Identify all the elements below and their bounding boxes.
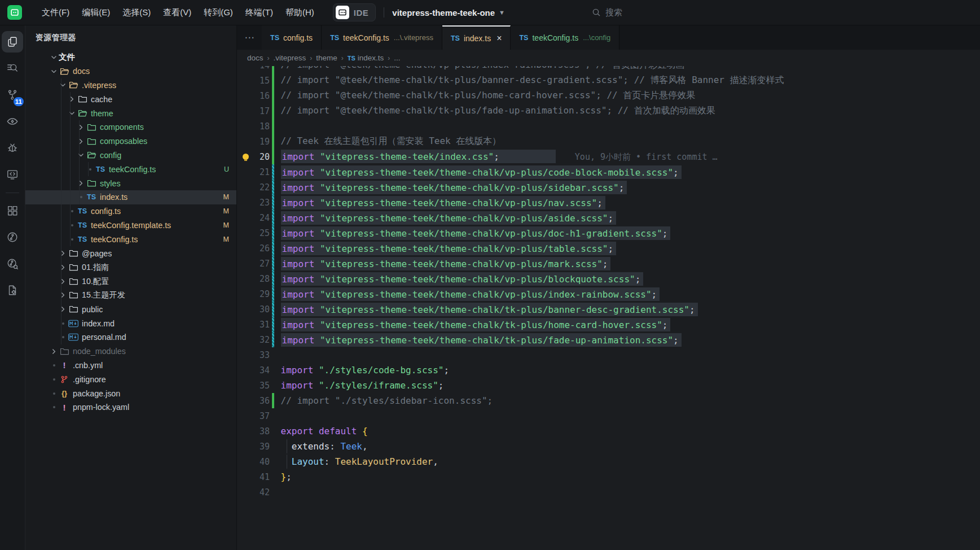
chevron-right-icon[interactable] [58,290,68,300]
chevron-right-icon[interactable] [58,263,68,272]
tree-item-01.指南[interactable]: 01.指南 [25,260,236,274]
tree-item-15.主题开发[interactable]: 15.主题开发 [25,289,236,303]
code-line-35[interactable]: 35import "./styles/iframe.scss"; [237,378,980,393]
file-dot-icon[interactable] [49,403,59,412]
tree-item-pnpm-lock.yaml[interactable]: !pnpm-lock.yaml [25,400,236,414]
activity-explorer-icon[interactable] [2,31,23,53]
tree-item-config.ts[interactable]: TSconfig.tsM [25,204,236,219]
code-line-19[interactable]: 19// Teek 在线主题包引用（需安装 Teek 在线版本） [237,134,980,149]
tree-item-theme[interactable]: theme [25,106,236,120]
chevron-down-icon[interactable] [76,150,86,160]
menu-终端-t[interactable]: 终端(T) [239,4,279,21]
global-search[interactable]: 搜索 [592,7,622,18]
file-dot-icon[interactable] [49,374,59,384]
code-line-23[interactable]: 23import "vitepress-theme-teek/theme-cha… [237,195,980,210]
tree-item-docs[interactable]: docs [25,64,236,78]
file-dot-icon[interactable] [85,164,95,174]
code-line-29[interactable]: 29import "vitepress-theme-teek/theme-cha… [237,286,980,302]
activity-remote-ide-icon[interactable] [2,164,23,185]
code-line-40[interactable]: 40 Layout: TeekLayoutProvider, [237,454,980,469]
code-line-22[interactable]: 22import "vitepress-theme-teek/theme-cha… [237,180,980,195]
tree-item-index.md[interactable]: index.md [25,316,236,330]
chevron-right-icon[interactable] [49,347,59,356]
tree-item-index.ts[interactable]: TSindex.tsM [25,190,236,204]
menu-编辑-e[interactable]: 编辑(E) [76,4,116,21]
lightbulb-icon[interactable] [240,154,251,160]
menu-帮助-h[interactable]: 帮助(H) [279,4,320,21]
breadcrumb-item-docs[interactable]: docs [247,54,263,62]
code-line-37[interactable]: 37 [237,408,980,424]
tree-section-文件[interactable]: 文件 [25,50,236,64]
chevron-right-icon[interactable] [58,248,68,258]
chevron-right-icon[interactable] [76,137,86,146]
breadcrumb-item-theme[interactable]: theme [316,54,337,62]
menu-文件-f[interactable]: 文件(F) [36,4,76,21]
chevron-right-icon[interactable] [76,178,86,188]
editor-more-actions-button[interactable]: ⋯ [237,25,262,50]
tree-item-personal.md[interactable]: personal.md [25,330,236,344]
file-dot-icon[interactable] [49,389,59,398]
breadcrumb-item-...[interactable]: ... [394,54,400,62]
activity-search-icon[interactable] [2,58,23,79]
tree-item-components[interactable]: components [25,120,236,134]
file-dot-icon[interactable] [67,234,77,244]
code-line-16[interactable]: 16// import "@teek/theme-chalk/tk-plus/h… [237,88,980,103]
chevron-right-icon[interactable] [58,277,68,286]
tree-item-node-modules[interactable]: node_modules [25,344,236,359]
ide-mode-button[interactable]: IDE [333,3,376,21]
tree-item-package.json[interactable]: {}package.json [25,386,236,400]
code-line-20[interactable]: 20import "vitepress-theme-teek/index.css… [237,149,980,164]
code-line-18[interactable]: 18 [237,119,980,134]
project-selector[interactable]: vitepress-theme-teek-one ▼ [392,8,505,18]
tab-teekconfig.ts[interactable]: TSteekConfig.ts...\config [511,25,619,50]
menu-转到-g[interactable]: 转到(G) [197,4,239,21]
activity-git-graph-icon[interactable] [2,226,23,248]
menu-选择-s[interactable]: 选择(S) [116,4,157,21]
tree-item-teekconfig.ts[interactable]: TSteekConfig.tsU [25,162,236,176]
tree-item-public[interactable]: public [25,302,236,316]
code-line-36[interactable]: 36// import "./styles/sidebar-icon.scss"… [237,393,980,408]
code-line-34[interactable]: 34import "./styles/code-bg.scss"; [237,363,980,378]
code-line-28[interactable]: 28import "vitepress-theme-teek/theme-cha… [237,271,980,286]
code-line-15[interactable]: 15// import "@teek/theme-chalk/tk-plus/b… [237,73,980,88]
tree-item-.cnb.yml[interactable]: !.cnb.yml [25,359,236,373]
file-dot-icon[interactable] [76,193,86,202]
tree-item-@pages[interactable]: @pages [25,246,236,260]
file-dot-icon[interactable] [67,220,77,230]
activity-code-review-icon[interactable] [2,253,23,274]
tree-item-cache[interactable]: cache [25,92,236,106]
code-line-30[interactable]: 30import "vitepress-theme-teek/theme-cha… [237,302,980,317]
activity-preview-eye-icon[interactable] [2,111,23,132]
tree-item-config[interactable]: config [25,149,236,163]
tab-close-icon[interactable]: × [496,34,502,43]
tree-item-.gitignore[interactable]: .gitignore [25,372,236,386]
code-line-21[interactable]: 21import "vitepress-theme-teek/theme-cha… [237,164,980,180]
code-line-26[interactable]: 26import "vitepress-theme-teek/theme-cha… [237,241,980,256]
code-line-39[interactable]: 39 extends: Teek, [237,439,980,454]
tree-item-10.配置[interactable]: 10.配置 [25,274,236,289]
file-dot-icon[interactable] [58,333,68,342]
chevron-down-icon[interactable] [49,67,59,76]
tree-item-teekconfig.template.ts[interactable]: TSteekConfig.template.tsM [25,219,236,233]
activity-debug-icon[interactable] [2,137,23,159]
activity-project-config-icon[interactable] [2,280,23,301]
code-line-25[interactable]: 25import "vitepress-theme-teek/theme-cha… [237,225,980,241]
tab-config.ts[interactable]: TSconfig.ts [262,25,322,50]
menu-查看-v[interactable]: 查看(V) [157,4,197,21]
code-line-17[interactable]: 17// import "@teek/theme-chalk/tk-plus/f… [237,103,980,119]
tree-item-.vitepress[interactable]: .vitepress [25,78,236,93]
chevron-right-icon[interactable] [58,304,68,314]
tree-item-composables[interactable]: composables [25,134,236,149]
file-dot-icon[interactable] [49,360,59,370]
code-line-24[interactable]: 24import "vitepress-theme-teek/theme-cha… [237,210,980,225]
activity-source-control-icon[interactable]: 11 [2,84,23,106]
code-line-31[interactable]: 31import "vitepress-theme-teek/theme-cha… [237,317,980,332]
code-line-32[interactable]: 32import "vitepress-theme-teek/theme-cha… [237,332,980,347]
chevron-right-icon[interactable] [67,94,77,104]
breadcrumb-item-.vitepress[interactable]: .vitepress [274,54,306,62]
chevron-down-icon[interactable] [58,80,68,90]
file-dot-icon[interactable] [67,207,77,216]
code-line-38[interactable]: 38export default { [237,424,980,439]
chevron-right-icon[interactable] [76,123,86,132]
code-line-33[interactable]: 33 [237,347,980,363]
